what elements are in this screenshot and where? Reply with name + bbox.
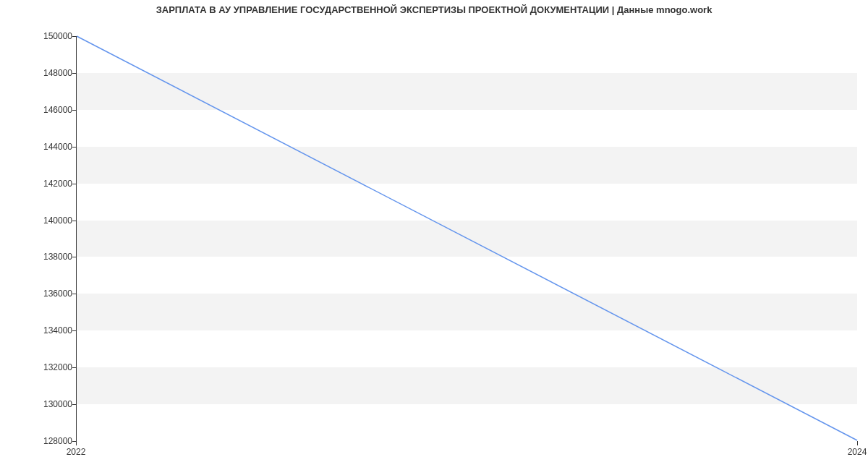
plot-area xyxy=(76,36,857,441)
y-tick-mark xyxy=(72,257,77,257)
y-tick-mark xyxy=(72,147,77,148)
series-line-salary xyxy=(77,36,857,440)
y-tick-label: 132000 xyxy=(29,362,72,372)
x-tick-mark xyxy=(857,441,858,445)
y-tick-label: 130000 xyxy=(29,399,72,409)
y-tick-mark xyxy=(72,221,77,221)
y-tick-label: 148000 xyxy=(29,68,72,78)
y-tick-label: 142000 xyxy=(29,179,72,189)
y-tick-mark xyxy=(72,367,77,368)
y-tick-label: 140000 xyxy=(29,215,72,226)
y-tick-mark xyxy=(72,404,77,405)
x-tick-label: 2024 xyxy=(848,447,867,457)
y-tick-mark xyxy=(72,110,77,111)
y-tick-label: 128000 xyxy=(29,436,72,446)
y-tick-mark xyxy=(72,73,77,74)
y-tick-mark xyxy=(72,294,77,294)
y-tick-label: 136000 xyxy=(29,289,72,299)
chart-container: ЗАРПЛАТА В АУ УПРАВЛЕНИЕ ГОСУДАРСТВЕННОЙ… xyxy=(0,0,868,470)
y-tick-label: 150000 xyxy=(29,31,72,41)
chart-line-layer xyxy=(77,36,857,440)
y-tick-mark xyxy=(72,36,77,37)
chart-title: ЗАРПЛАТА В АУ УПРАВЛЕНИЕ ГОСУДАРСТВЕННОЙ… xyxy=(0,4,868,15)
y-tick-label: 134000 xyxy=(29,325,72,336)
y-tick-mark xyxy=(72,184,77,184)
y-tick-label: 138000 xyxy=(29,252,72,262)
x-tick-label: 2022 xyxy=(67,447,86,457)
x-tick-mark xyxy=(76,441,77,445)
y-tick-label: 144000 xyxy=(29,142,72,152)
y-tick-label: 146000 xyxy=(29,105,72,115)
y-tick-mark xyxy=(72,330,77,331)
